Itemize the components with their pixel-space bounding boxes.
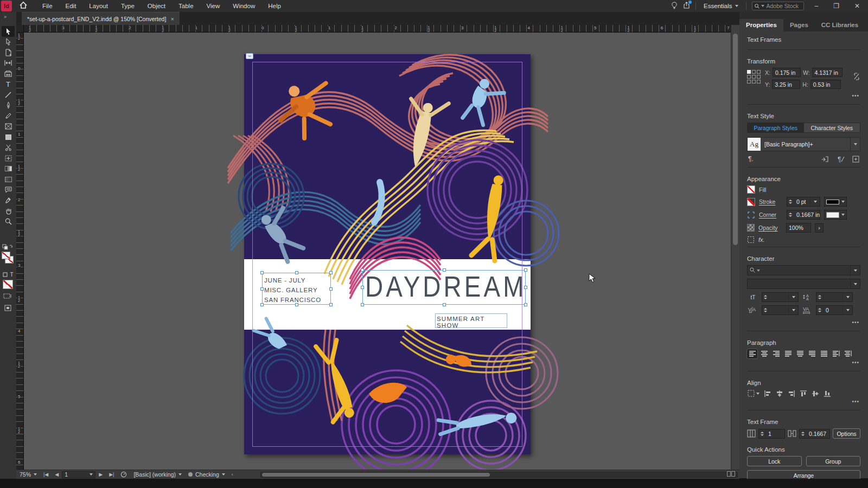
document-tab[interactable]: *set-up-a-postcard_END_V2.indd @ 150% [C… xyxy=(22,12,180,25)
lock-button[interactable]: Lock xyxy=(747,456,802,466)
corner-label[interactable]: Corner xyxy=(759,211,783,218)
paragraph-justify-left-icon[interactable] xyxy=(783,349,793,358)
corner-shape-dropdown[interactable] xyxy=(824,210,847,220)
last-page-button[interactable]: ▶| xyxy=(106,472,117,477)
align-bottom-icon[interactable] xyxy=(824,390,831,397)
spread-view-icon[interactable] xyxy=(727,471,735,477)
menu-object[interactable]: Object xyxy=(142,1,171,11)
stroke-style-dropdown[interactable] xyxy=(824,197,847,207)
columns-combo[interactable]: 1 xyxy=(758,429,785,439)
restore-button[interactable]: ❐ xyxy=(828,2,844,10)
selection-handle[interactable] xyxy=(524,286,527,289)
view-options-icon[interactable] xyxy=(3,293,12,301)
selection-handle[interactable] xyxy=(524,268,527,272)
selection-handle[interactable] xyxy=(260,303,264,306)
selection-handle[interactable] xyxy=(524,303,527,306)
menu-table[interactable]: Table xyxy=(173,1,199,11)
rectangle-tool[interactable] xyxy=(2,132,15,143)
menu-help[interactable]: Help xyxy=(263,1,286,11)
apply-none-swatch[interactable] xyxy=(3,280,13,289)
fill-color-swatch[interactable] xyxy=(747,185,755,194)
zoom-level-dropdown[interactable]: 75% xyxy=(16,471,40,478)
free-transform-tool[interactable] xyxy=(2,153,15,164)
preflight-profile-dropdown[interactable]: [Basic] (working) xyxy=(130,471,185,478)
next-page-button[interactable]: ▶ xyxy=(95,472,106,477)
eyedropper-tool[interactable] xyxy=(2,195,15,206)
selection-handle[interactable] xyxy=(361,303,364,306)
import-styles-icon[interactable] xyxy=(821,156,829,163)
preflight-status[interactable]: Checking xyxy=(185,471,228,478)
subtitle-text-frame[interactable]: SUMMER ART SHOW xyxy=(435,313,507,328)
horizontal-ruler[interactable]: 123122121120121122123124125126127 xyxy=(24,25,731,33)
title-text-frame[interactable]: DAYDREAM xyxy=(362,270,526,305)
align-more-options[interactable]: ••• xyxy=(747,397,860,407)
fill-stroke-swatches[interactable] xyxy=(2,252,15,270)
font-size-combo[interactable] xyxy=(762,292,799,302)
type-tool[interactable]: T xyxy=(2,79,15,90)
paragraph-more-options[interactable]: ••• xyxy=(747,358,860,368)
close-button[interactable]: ✕ xyxy=(850,2,865,10)
selection-handle[interactable] xyxy=(329,271,333,274)
scroll-left-arrow[interactable]: ‹ xyxy=(228,472,237,477)
postcard-page[interactable]: JUNE - JULY MISC. GALLERY SAN FRANCISCO … xyxy=(244,54,531,454)
pencil-tool[interactable] xyxy=(2,111,15,121)
corner-options-icon[interactable] xyxy=(747,211,755,219)
character-styles-tab[interactable]: Character Styles xyxy=(804,123,860,132)
direct-selection-tool[interactable] xyxy=(2,37,15,48)
selection-handle[interactable] xyxy=(295,303,298,306)
gutter-combo[interactable]: 0.1667 xyxy=(799,429,830,439)
opacity-label[interactable]: Opacity xyxy=(758,224,782,231)
paragraph-justify-all-icon[interactable] xyxy=(819,349,829,358)
paragraph-align-right-icon[interactable] xyxy=(771,349,781,358)
corner-size-combo[interactable]: 0.1667 in xyxy=(787,210,820,220)
tab-close-icon[interactable]: × xyxy=(170,16,174,22)
selection-handle[interactable] xyxy=(329,303,333,306)
home-icon[interactable] xyxy=(20,2,27,10)
first-page-button[interactable]: |◀ xyxy=(40,472,52,477)
group-button[interactable]: Group xyxy=(806,456,861,466)
transform-more-options[interactable]: ••• xyxy=(747,92,860,101)
workspace-switcher[interactable]: Essentials xyxy=(701,2,741,10)
gradient-swatch-tool[interactable] xyxy=(2,164,15,175)
fill-swatch[interactable] xyxy=(2,252,10,259)
vertical-ruler[interactable]: 120121122123124125126 xyxy=(16,33,24,470)
selection-tool[interactable] xyxy=(2,26,15,37)
zoom-tool[interactable] xyxy=(2,216,15,227)
preflight-icon[interactable] xyxy=(117,471,130,478)
venue-text-frame[interactable]: JUNE - JULY MISC. GALLERY SAN FRANCISCO xyxy=(262,273,331,305)
new-style-icon[interactable] xyxy=(852,156,859,163)
kerning-combo[interactable] xyxy=(762,305,799,315)
minimize-button[interactable]: – xyxy=(809,2,823,10)
y-field[interactable]: 3.25 in xyxy=(772,80,800,89)
align-right-icon[interactable] xyxy=(788,390,795,397)
scissors-tool[interactable] xyxy=(2,143,15,153)
paragraph-align-center-icon[interactable] xyxy=(759,349,769,358)
tab-pages[interactable]: Pages xyxy=(783,19,815,31)
menu-window[interactable]: Window xyxy=(227,1,260,11)
ruler-origin[interactable] xyxy=(16,25,24,33)
stroke-weight-combo[interactable]: 0 pt xyxy=(787,197,820,207)
tab-cc-libraries[interactable]: CC Libraries xyxy=(815,19,865,31)
previous-page-button[interactable]: ◀ xyxy=(52,472,62,477)
paragraph-justify-right-icon[interactable] xyxy=(807,349,817,358)
paragraph-align-left-icon[interactable] xyxy=(747,349,757,358)
opacity-expand-button[interactable]: › xyxy=(815,223,824,233)
opacity-field[interactable]: 100% xyxy=(786,223,811,233)
menu-view[interactable]: View xyxy=(201,1,226,11)
indesign-logo-icon[interactable]: Id xyxy=(1,1,12,11)
menu-type[interactable]: Type xyxy=(116,1,140,11)
gap-tool[interactable] xyxy=(2,58,15,69)
reference-point-grid[interactable] xyxy=(747,70,761,92)
font-family-dropdown[interactable] xyxy=(747,265,860,275)
align-center-vertical-icon[interactable] xyxy=(812,390,819,397)
page-number-field[interactable]: 1 xyxy=(62,471,95,478)
tracking-combo[interactable]: 0 xyxy=(816,305,853,315)
tab-properties[interactable]: Properties xyxy=(739,19,783,31)
selection-handle[interactable] xyxy=(260,271,264,274)
h-field[interactable]: 0.53 in xyxy=(810,80,841,89)
selection-handle[interactable] xyxy=(260,287,264,291)
expand-tools-icon[interactable]: » xyxy=(4,14,7,20)
leading-combo[interactable] xyxy=(816,292,853,302)
w-field[interactable]: 4.1317 in xyxy=(812,68,843,77)
menu-file[interactable]: File xyxy=(37,1,58,11)
